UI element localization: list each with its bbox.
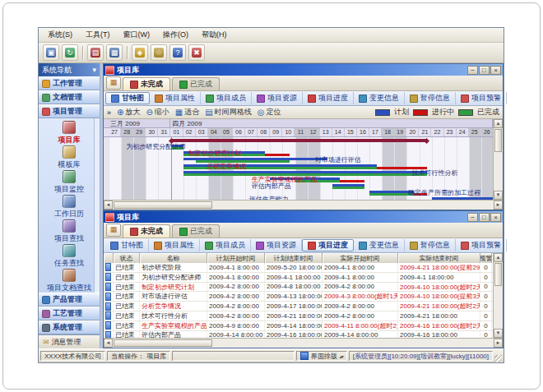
sidebar-group[interactable]: 项目管理 — [39, 104, 100, 118]
toolbar-button[interactable]: ▦ — [106, 44, 123, 61]
toolbar-button[interactable]: ▣ — [43, 44, 59, 61]
table-row[interactable]: 已结束为初步研究分配讲师2009-4-1 8:00:002009-4-1 18:… — [104, 273, 493, 283]
sidebar-item-项目监控[interactable]: 项目监控 — [39, 170, 100, 195]
zoom-in-button[interactable]: ⊕放大 — [117, 107, 140, 118]
minimize-button[interactable]: − — [467, 66, 478, 75]
scroll-left-icon[interactable]: ◄ — [104, 339, 113, 348]
sidebar-tab-messages[interactable]: ✉ 消息管理 — [39, 334, 100, 348]
minimize-button[interactable]: − — [467, 213, 478, 222]
toolbar-button[interactable]: ▤ — [87, 44, 104, 61]
sidebar-item-项目文档查找[interactable]: 项目文档查找 — [39, 269, 100, 293]
detail-tab-项目资源[interactable]: 项目资源 — [252, 92, 303, 104]
detail-tab-项目进度[interactable]: 项目进度 — [302, 239, 354, 251]
sidebar-group[interactable]: 产品管理 — [39, 293, 100, 307]
detail-tab-项目预警[interactable]: 项目预警 — [456, 92, 507, 104]
gantt-bar[interactable] — [171, 139, 427, 142]
detail-tab-变更信息[interactable]: 变更信息 — [354, 92, 405, 104]
column-header-状态[interactable]: 状态 — [114, 253, 140, 263]
sidebar-item-工作日历[interactable]: 工作日历 — [39, 195, 100, 219]
menu-item[interactable]: 帮助(H) — [196, 29, 233, 41]
sidebar-group[interactable]: 文档管理 — [39, 90, 100, 104]
sidebar-item-项目库[interactable]: 项目库 — [39, 121, 100, 145]
menu-item[interactable]: 操作(O) — [157, 29, 194, 41]
toolbar-button[interactable]: ✖ — [188, 44, 205, 61]
zoom-out-button[interactable]: ⊖缩小 — [146, 107, 169, 118]
column-header-实际结束时间[interactable]: 实际结束时间 — [398, 253, 480, 263]
sidebar-item-项目查找[interactable]: 项目查找 — [39, 219, 100, 244]
detail-tab-甘特图[interactable]: 甘特图 — [105, 239, 149, 251]
gantt-bar[interactable] — [265, 154, 290, 156]
column-header-grip[interactable] — [104, 253, 114, 263]
detail-tab-项目成员[interactable]: 项目成员 — [200, 239, 251, 251]
detail-tab-项目成员[interactable]: 项目成员 — [201, 92, 252, 104]
close-button[interactable]: × — [490, 66, 501, 75]
view-tab-未完成[interactable]: 未完成 — [123, 77, 170, 90]
sidebar-item-模板库[interactable]: 模板库 — [39, 145, 100, 170]
chevron-down-icon[interactable]: ▾ — [92, 66, 96, 74]
sidebar-item-任务查找[interactable]: 任务查找 — [39, 244, 100, 269]
toolbar-button[interactable]: ↻ — [62, 44, 78, 61]
menu-item[interactable]: 工具(T) — [80, 29, 116, 41]
sidebar-group[interactable]: 系统管理 — [39, 321, 100, 334]
gantt-bar[interactable] — [340, 180, 364, 182]
views-icon[interactable]: ▦ — [106, 224, 121, 237]
scroll-right-icon[interactable]: ► — [494, 201, 503, 210]
column-header-预警[interactable]: 预警 — [480, 253, 492, 263]
view-tab-已完成[interactable]: 已完成 — [172, 224, 220, 238]
scroll-down-icon[interactable]: ▼ — [494, 191, 503, 200]
scroll-right-icon[interactable]: ► — [494, 339, 503, 348]
overflow-chevron-icon[interactable]: » — [107, 108, 111, 117]
table-row[interactable]: 已结束制定初步研究计划2009-4-2 8:00:002009-4-8 18:0… — [104, 283, 493, 293]
detail-tab-变更信息[interactable]: 变更信息 — [354, 239, 405, 251]
table-row[interactable]: 已结束生产实验室规模的产品2009-4-9 8:00:002009-4-14 1… — [104, 321, 493, 331]
menu-item[interactable]: 窗口(W) — [118, 29, 156, 41]
column-header-计划开始时间[interactable]: 计划开始时间 — [207, 253, 265, 263]
view-tab-未完成[interactable]: 未完成 — [123, 224, 170, 238]
maximize-button[interactable]: □ — [479, 213, 490, 222]
resize-grip[interactable] — [494, 355, 502, 362]
detail-tab-项目资源[interactable]: 项目资源 — [251, 239, 302, 251]
detail-tab-项目进度[interactable]: 项目进度 — [303, 92, 354, 104]
toolbar-button[interactable]: ◈ — [132, 44, 148, 61]
detail-tab-甘特图[interactable]: 甘特图 — [105, 92, 150, 104]
horizontal-scrollbar[interactable]: ◄ ► — [104, 338, 503, 348]
toolbar-button[interactable]: ☆ — [151, 44, 167, 61]
detail-tab-项目预警[interactable]: 项目预警 — [456, 239, 507, 251]
gantt-bar[interactable] — [432, 197, 493, 200]
sidebar-group[interactable]: 工作管理 — [39, 76, 100, 90]
table-row[interactable]: 已结束对市场进行评估2009-4-2 8:00:002009-4-13 18:0… — [104, 292, 493, 302]
scroll-left-icon[interactable]: ◄ — [104, 201, 113, 210]
table-row[interactable]: 已结束评估内部产品2009-4-14 8:00:002009-4-16 18:0… — [104, 331, 493, 338]
horizontal-scrollbar[interactable]: ◄ ► — [104, 200, 503, 210]
scrollbar-thumb[interactable] — [494, 129, 502, 152]
table-row[interactable]: 已结束分析竞争情况2009-4-2 8:00:002009-4-17 18:00… — [104, 302, 493, 311]
sidebar-group[interactable]: 工艺管理 — [39, 307, 100, 321]
scroll-up-icon[interactable]: ▲ — [494, 253, 503, 262]
toolbar-button[interactable]: ? — [169, 44, 186, 61]
fit-button[interactable]: ▦适合 — [175, 107, 199, 118]
detail-tab-暂停信息[interactable]: 暂停信息 — [405, 239, 456, 251]
scrollbar-thumb[interactable] — [114, 201, 212, 209]
scroll-up-icon[interactable]: ▲ — [494, 119, 503, 128]
column-header-实际开始时间[interactable]: 实际开始时间 — [323, 253, 398, 263]
vertical-scrollbar[interactable]: ▲ ▼ — [493, 253, 503, 338]
window-titlebar[interactable]: 项目库 −□× — [104, 64, 503, 76]
scrollbar-thumb[interactable] — [114, 339, 212, 347]
skin-selector[interactable]: 界面排版 ▴▾ — [296, 351, 347, 361]
vertical-scrollbar[interactable]: ▲ ▼ — [493, 119, 503, 200]
detail-tab-项目属性[interactable]: 项目属性 — [150, 92, 201, 104]
column-header-计划结束时间[interactable]: 计划结束时间 — [265, 253, 323, 263]
time-gridlines-button[interactable]: ▤时间网格线 — [205, 107, 251, 118]
window-titlebar[interactable]: 项目库 −□× — [104, 211, 503, 223]
locate-button[interactable]: ◎定位 — [258, 107, 281, 118]
gantt-bar[interactable] — [332, 187, 364, 189]
table-row[interactable]: 已结束初步研究阶段2009-4-1 8:00:002009-5-20 18:00… — [104, 263, 493, 273]
close-button[interactable]: × — [490, 213, 501, 222]
views-icon[interactable]: ▦ — [106, 76, 121, 90]
scrollbar-thumb[interactable] — [494, 263, 502, 286]
view-tab-已完成[interactable]: 已完成 — [172, 77, 220, 90]
menu-item[interactable]: 系统(S) — [42, 29, 78, 41]
detail-tab-项目属性[interactable]: 项目属性 — [149, 239, 200, 251]
column-header-名称[interactable]: 名称 — [140, 253, 207, 263]
detail-tab-暂停信息[interactable]: 暂停信息 — [405, 92, 456, 104]
